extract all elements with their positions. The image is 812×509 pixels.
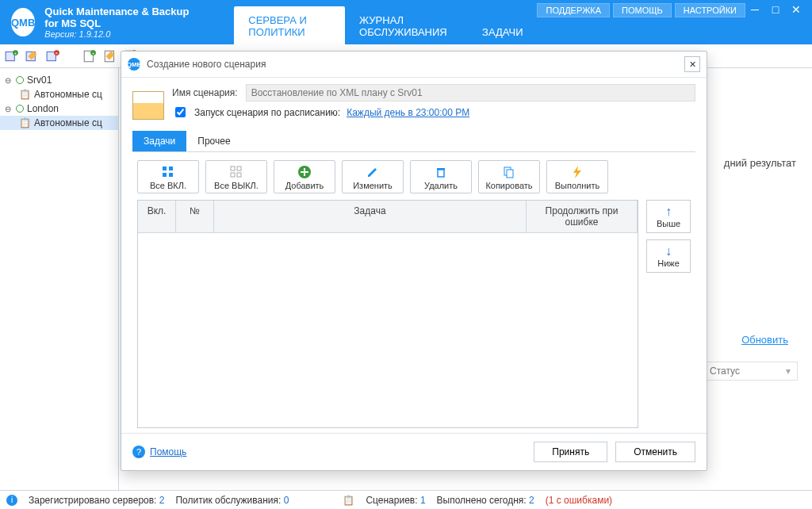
help-icon: ? [132, 446, 145, 458]
add-button[interactable]: Добавить [274, 160, 335, 193]
status-dropdown[interactable]: Статус ▾ [703, 362, 798, 381]
tree-label: London [27, 103, 59, 114]
svg-rect-19 [237, 166, 241, 170]
bolt-icon [570, 165, 584, 179]
collapse-icon[interactable]: ⊖ [5, 105, 13, 113]
support-button[interactable]: ПОДДЕРЖКА [537, 3, 610, 17]
grid-on-icon [161, 165, 175, 179]
copy-button[interactable]: Копировать [478, 160, 540, 193]
svg-rect-17 [169, 173, 173, 177]
grid-off-icon [229, 165, 243, 179]
schedule-link[interactable]: Каждый день в 23:00:00 PM [347, 107, 469, 118]
svg-rect-21 [237, 173, 241, 177]
scenarios-count: Сценариев: 1 [366, 495, 425, 506]
dialog-tab-other[interactable]: Прочее [186, 131, 241, 151]
schedule-label: Запуск сценария по расписанию: [194, 107, 340, 118]
run-button[interactable]: Выполнить [546, 160, 608, 193]
task-grid[interactable]: Вкл. № Задача Продолжить при ошибке [137, 200, 638, 428]
tree-label: Srv01 [27, 75, 52, 86]
arrow-up-icon: ↑ [665, 205, 672, 219]
scenario-icon: 📋 [19, 89, 31, 100]
button-label: Копировать [485, 181, 532, 190]
settings-button[interactable]: НАСТРОЙКИ [675, 3, 745, 17]
scenarios-icon: 📋 [343, 495, 354, 506]
delete-server-icon[interactable]: × [46, 49, 60, 63]
status-ok-icon [16, 76, 24, 84]
status-ok-icon [16, 105, 24, 113]
edit-button[interactable]: Изменить [342, 160, 404, 193]
dialog-tab-tasks[interactable]: Задачи [132, 131, 186, 151]
status-bar: i Зарегистрировано серверов: 2 Политик о… [0, 490, 812, 509]
move-up-button[interactable]: ↑ Выше [646, 200, 691, 233]
tree-node-srv01[interactable]: ⊖ Srv01 [0, 73, 118, 87]
svg-text:+: + [14, 50, 17, 55]
svg-text:+: + [92, 50, 94, 55]
help-label: Помощь [150, 446, 186, 457]
button-label: Выполнить [555, 181, 599, 190]
button-label: Все ВЫКЛ. [214, 181, 259, 190]
svg-rect-14 [163, 166, 167, 170]
dialog-tabs: Задачи Прочее [132, 131, 695, 152]
schedule-checkbox[interactable] [175, 107, 186, 117]
refresh-link[interactable]: Обновить [741, 334, 788, 346]
tree-node-london-scenarios[interactable]: 📋 Автономные сц [0, 116, 118, 130]
tree-node-srv01-scenarios[interactable]: 📋 Автономные сц [0, 87, 118, 101]
col-enabled[interactable]: Вкл. [138, 201, 176, 233]
dialog-help-link[interactable]: ? Помощь [132, 446, 186, 458]
tree-label: Автономные сц [34, 117, 102, 128]
logo-zone: QMB Quick Maintenance & Backup for MS SQ… [0, 0, 215, 44]
dialog-logo-icon: QMB [128, 58, 140, 71]
topbar: QMB Quick Maintenance & Backup for MS SQ… [0, 0, 812, 44]
col-number[interactable]: № [176, 201, 214, 233]
tree-node-london[interactable]: ⊖ London [0, 101, 118, 116]
scenario-name-input[interactable] [246, 84, 695, 101]
trash-icon [434, 165, 448, 179]
svg-rect-16 [163, 173, 167, 177]
cancel-button[interactable]: Отменить [615, 442, 695, 462]
done-today: Выполнено сегодня: 2 [437, 495, 534, 506]
col-task[interactable]: Задача [214, 201, 527, 233]
dialog-header: QMB Создание нового сценария ✕ [121, 52, 707, 78]
button-label: Добавить [285, 181, 324, 190]
move-down-button[interactable]: ↓ Ниже [646, 239, 691, 273]
tree-label: Автономные сц [34, 89, 102, 100]
servers-registered: Зарегистрировано серверов: 2 [29, 495, 164, 506]
tab-tasks[interactable]: ЗАДАЧИ [468, 18, 537, 44]
server-tree: ⊖ Srv01 📋 Автономные сц ⊖ London 📋 Автон… [0, 68, 119, 490]
scenario-name-label: Имя сценария: [172, 87, 238, 98]
app-logo: QMB [11, 8, 35, 36]
app-version: Версия: 1.9.12.0 [44, 29, 204, 39]
dialog-close-button[interactable]: ✕ [684, 56, 700, 72]
add-policy-icon[interactable]: + [82, 49, 97, 63]
filter-icon: ▾ [786, 365, 791, 377]
collapse-icon[interactable]: ⊖ [5, 76, 13, 85]
delete-button[interactable]: Удалить [410, 160, 472, 193]
tab-servers[interactable]: СЕРВЕРА И ПОЛИТИКИ [234, 6, 345, 44]
maximize-button[interactable]: □ [769, 3, 782, 17]
all-off-button[interactable]: Все ВЫКЛ. [205, 160, 267, 193]
tab-journal[interactable]: ЖУРНАЛ ОБСЛУЖИВАНИЯ [345, 6, 468, 44]
plus-icon [297, 165, 312, 179]
minimize-button[interactable]: ─ [749, 3, 761, 17]
all-on-button[interactable]: Все ВКЛ. [137, 160, 199, 193]
col-continue[interactable]: Продолжить при ошибке [527, 201, 638, 233]
button-label: Выше [657, 219, 680, 228]
close-button[interactable]: ✕ [790, 3, 802, 17]
top-right: ПОДДЕРЖКА ПОМОЩЬ НАСТРОЙКИ ─ □ ✕ [537, 0, 812, 44]
svg-rect-24 [437, 168, 445, 170]
app-title: Quick Maintenance & Backup for MS SQL [44, 6, 204, 29]
help-button[interactable]: ПОМОЩЬ [613, 3, 672, 17]
task-action-bar: Все ВКЛ. Все ВЫКЛ. Добавить Изменить Уда… [132, 152, 695, 200]
accept-button[interactable]: Принять [534, 442, 607, 462]
add-server-icon[interactable]: + [5, 49, 19, 63]
button-label: Все ВКЛ. [150, 181, 186, 190]
edit-server-icon[interactable] [25, 49, 40, 63]
arrow-down-icon: ↓ [665, 244, 672, 258]
policies-count: Политик обслуживания: 0 [175, 495, 289, 506]
errors-count: (1 с ошибками) [546, 495, 612, 506]
info-icon: i [6, 495, 17, 506]
new-scenario-dialog: QMB Создание нового сценария ✕ Имя сцена… [121, 51, 707, 471]
copy-icon [502, 165, 516, 179]
grid-header: Вкл. № Задача Продолжить при ошибке [138, 201, 638, 233]
edit-policy-icon[interactable] [103, 49, 117, 63]
